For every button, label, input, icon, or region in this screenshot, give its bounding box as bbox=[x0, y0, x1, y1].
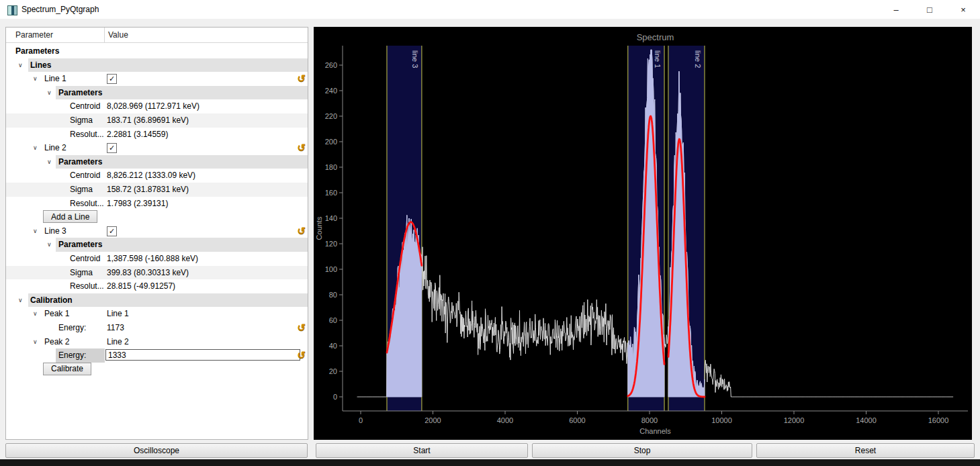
y-tick-label: 20 bbox=[329, 367, 337, 375]
chevron-down-icon[interactable]: ∨ bbox=[33, 75, 38, 83]
x-tick-label: 4000 bbox=[497, 416, 513, 424]
param-name: Peak 1 bbox=[44, 309, 69, 318]
param-name: Resolut... bbox=[70, 281, 104, 291]
tree-row-sigma: Sigma183.71 (36.89691 keV) bbox=[6, 113, 308, 128]
param-value: 8,826.212 (1333.09 keV) bbox=[107, 171, 195, 180]
param-name: Line 3 bbox=[44, 226, 66, 236]
y-tick-label: 200 bbox=[325, 138, 337, 146]
x-tick-label: 16000 bbox=[928, 416, 949, 424]
x-tick-label: 14000 bbox=[856, 416, 877, 424]
chevron-down-icon[interactable]: ∨ bbox=[47, 89, 52, 97]
param-name: Parameters bbox=[58, 157, 102, 167]
line-enabled-checkbox[interactable]: ✓ bbox=[107, 226, 117, 236]
stop-button[interactable]: Stop bbox=[532, 443, 752, 458]
tree-row-lines: ∨Lines bbox=[6, 58, 308, 73]
param-name: Centroid bbox=[70, 171, 100, 180]
param-name: Peak 2 bbox=[44, 337, 69, 346]
plot-title: Spectrum bbox=[637, 32, 674, 42]
maximize-icon[interactable]: □ bbox=[913, 0, 946, 19]
y-tick-label: 100 bbox=[325, 265, 337, 273]
undo-icon[interactable]: ↺ bbox=[297, 225, 306, 237]
undo-icon[interactable]: ↺ bbox=[297, 322, 306, 334]
minimize-icon[interactable]: – bbox=[879, 0, 913, 19]
tree-row-peak-1: ∨Peak 1Line 1 bbox=[6, 307, 308, 321]
y-tick-label: 140 bbox=[325, 214, 337, 222]
x-axis-label: Channels bbox=[639, 427, 671, 435]
reset-button[interactable]: Reset bbox=[756, 443, 975, 458]
undo-icon[interactable]: ↺ bbox=[297, 73, 306, 85]
energy-input[interactable] bbox=[105, 349, 300, 361]
tree-row-centroid: Centroid8,028.969 (1172.971 keV) bbox=[6, 99, 308, 113]
spectrum-plot[interactable]: 0204060801001201401601802002202402600200… bbox=[314, 27, 972, 440]
chevron-down-icon[interactable]: ∨ bbox=[33, 227, 38, 235]
region-label-line-3: line 3 bbox=[411, 50, 419, 68]
window-controls: – □ × bbox=[879, 0, 980, 19]
line-enabled-checkbox[interactable]: ✓ bbox=[107, 143, 117, 153]
tree-row-parameters: ∨Parameters bbox=[6, 155, 308, 169]
tree-row-sigma: Sigma399.83 (80.30313 keV) bbox=[6, 266, 308, 280]
param-name: Sigma bbox=[70, 268, 93, 277]
param-name: Lines bbox=[30, 60, 51, 70]
tree-row-line-1: ∨Line 1✓↺ bbox=[6, 72, 308, 86]
tree-row-energy-: Energy:↺ bbox=[6, 348, 308, 363]
param-name: Sigma bbox=[70, 185, 93, 194]
tree-row-line-2: ∨Line 2✓↺ bbox=[6, 141, 308, 155]
param-name: Centroid bbox=[70, 101, 100, 111]
chevron-down-icon[interactable]: ∨ bbox=[47, 158, 52, 166]
oscilloscope-button[interactable]: Oscilloscope bbox=[5, 443, 308, 458]
tree-row-parameters: ∨Parameters bbox=[6, 86, 308, 100]
chevron-down-icon[interactable]: ∨ bbox=[33, 338, 38, 346]
tree-row-line-3: ∨Line 3✓↺ bbox=[6, 224, 308, 238]
region-label-line-2: line 2 bbox=[694, 50, 702, 68]
param-name: Line 2 bbox=[44, 143, 66, 152]
window-title: Spectrum_PyQtgraph bbox=[21, 5, 99, 14]
line-enabled-checkbox[interactable]: ✓ bbox=[107, 74, 117, 84]
close-icon[interactable]: × bbox=[946, 0, 980, 19]
param-value: 8,028.969 (1172.971 keV) bbox=[107, 101, 199, 111]
param-name: Calibration bbox=[30, 295, 73, 305]
param-value[interactable]: 1173 bbox=[107, 323, 124, 332]
add-a-line-button[interactable]: Add a Line bbox=[43, 210, 97, 223]
param-value: Line 2 bbox=[107, 337, 129, 346]
y-tick-label: 180 bbox=[325, 163, 337, 171]
y-tick-label: 240 bbox=[325, 87, 337, 95]
param-value: 2.2881 (3.14559) bbox=[107, 130, 168, 139]
tree-row-peak-2: ∨Peak 2Line 2 bbox=[6, 335, 308, 349]
x-tick-label: 0 bbox=[359, 416, 363, 424]
tree-row-parameters: ∨Parameters bbox=[6, 238, 308, 252]
tree-row-centroid: Centroid8,826.212 (1333.09 keV) bbox=[6, 169, 308, 183]
chevron-down-icon[interactable]: ∨ bbox=[18, 296, 23, 304]
y-tick-label: 120 bbox=[325, 240, 337, 248]
region-label-line-1: line 1 bbox=[654, 50, 662, 68]
param-value: 158.72 (31.87831 keV) bbox=[107, 185, 189, 194]
param-name: Energy: bbox=[58, 351, 86, 360]
window-bottom-edge bbox=[0, 459, 980, 466]
group-band bbox=[28, 58, 308, 73]
param-value: Line 1 bbox=[107, 309, 129, 318]
y-tick-label: 40 bbox=[329, 342, 337, 350]
column-parameter: Parameter bbox=[15, 30, 53, 40]
y-tick-label: 0 bbox=[333, 393, 337, 401]
param-name: Parameters bbox=[15, 46, 59, 56]
start-button[interactable]: Start bbox=[316, 443, 528, 458]
chevron-down-icon[interactable]: ∨ bbox=[33, 310, 38, 318]
param-name: Line 1 bbox=[44, 74, 66, 83]
undo-icon[interactable]: ↺ bbox=[297, 142, 306, 154]
chevron-down-icon[interactable]: ∨ bbox=[47, 240, 52, 248]
x-tick-label: 8000 bbox=[641, 416, 658, 424]
chevron-down-icon[interactable]: ∨ bbox=[33, 144, 38, 152]
undo-icon[interactable]: ↺ bbox=[297, 349, 306, 361]
title-bar: Spectrum_PyQtgraph – □ × bbox=[0, 0, 980, 19]
chevron-down-icon[interactable]: ∨ bbox=[18, 61, 23, 69]
calibrate-button[interactable]: Calibrate bbox=[43, 363, 91, 375]
column-divider bbox=[104, 28, 105, 42]
param-name: Parameters bbox=[58, 240, 102, 249]
plot-canvas[interactable]: 0204060801001201401601802002202402600200… bbox=[314, 27, 972, 440]
parameter-tree-panel: Parameter Value Parameters∨Lines∨Line 1✓… bbox=[5, 27, 308, 440]
param-name: Resolut... bbox=[70, 130, 104, 139]
y-tick-label: 80 bbox=[329, 291, 337, 299]
tree-row-energy-: Energy:1173↺ bbox=[6, 321, 308, 335]
param-name: Sigma bbox=[70, 115, 93, 125]
tree-header: Parameter Value bbox=[6, 28, 308, 43]
y-axis-label: Counts bbox=[315, 216, 323, 240]
